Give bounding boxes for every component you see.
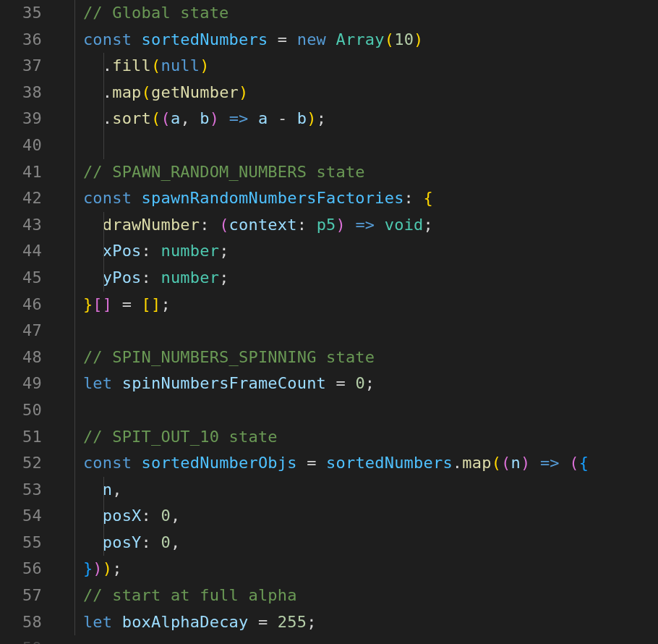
- token-var: context: [229, 216, 297, 234]
- line-number-gutter: 3536373839404142434445464748495051525354…: [0, 0, 58, 644]
- token-op: .: [453, 454, 462, 472]
- line-number: 49: [0, 370, 42, 397]
- indent-guide: [74, 397, 75, 424]
- token-op: ;: [424, 216, 433, 234]
- token-brace-y: (: [151, 56, 161, 75]
- token-op: [64, 428, 83, 446]
- code-area[interactable]: // Global state const sortedNumbers = ne…: [58, 0, 658, 644]
- token-op: [287, 109, 296, 127]
- code-line[interactable]: [64, 318, 658, 344]
- token-brace-y: (: [492, 454, 501, 472]
- token-num: 0: [161, 533, 170, 551]
- code-line[interactable]: const spawnRandomNumbersFactories: {: [64, 185, 658, 212]
- line-number: 57: [0, 582, 42, 609]
- code-line[interactable]: [64, 397, 658, 424]
- indent-guide: [103, 53, 104, 80]
- indent-guide: [103, 477, 104, 504]
- token-op: ;: [161, 295, 170, 313]
- token-brace-y: ): [239, 83, 248, 101]
- code-line[interactable]: posY: 0,: [64, 530, 658, 556]
- token-op: [64, 613, 83, 631]
- indent-guide: [103, 530, 104, 556]
- token-op: ;: [317, 109, 326, 127]
- token-op: [151, 268, 161, 287]
- token-op: [297, 454, 307, 472]
- token-op: :: [200, 216, 209, 234]
- token-comment: // SPIT_OUT_10 state: [83, 428, 278, 446]
- token-op: [132, 189, 141, 207]
- indent-guide: [74, 27, 75, 54]
- code-line[interactable]: // SPAWN_RANDOM_NUMBERS state: [64, 159, 658, 186]
- code-line[interactable]: // SPIN_NUMBERS_SPINNING state: [64, 344, 658, 371]
- token-brace-p: (: [161, 109, 170, 127]
- token-op: =: [122, 295, 132, 313]
- indent-guide: [74, 159, 75, 186]
- token-op: [317, 454, 326, 472]
- token-type: number: [161, 268, 219, 287]
- token-var: b: [297, 109, 307, 127]
- token-op: [326, 30, 336, 48]
- token-op: [64, 163, 83, 181]
- code-line[interactable]: // start at full alpha: [64, 582, 658, 609]
- code-line[interactable]: xPos: number;: [64, 238, 658, 265]
- code-line[interactable]: }[] = [];: [64, 292, 658, 318]
- token-op: [219, 109, 228, 127]
- code-line[interactable]: // SPIT_OUT_10 state: [64, 424, 658, 451]
- token-op: [151, 242, 161, 260]
- token-brace-b: {: [579, 454, 589, 472]
- line-number: 37: [0, 53, 42, 80]
- code-line[interactable]: }));: [64, 556, 658, 582]
- token-op: =: [258, 613, 268, 631]
- indent-guide: [74, 0, 75, 27]
- code-line[interactable]: posX: 0,: [64, 503, 658, 530]
- token-brace-y: (: [151, 109, 161, 127]
- line-number: 45: [0, 265, 42, 292]
- token-brace-y: (: [142, 83, 151, 101]
- token-op: :: [297, 216, 307, 234]
- token-op: :: [142, 533, 151, 551]
- code-line[interactable]: let spinNumbersFrameCount = 0;: [64, 370, 658, 397]
- token-op: [210, 216, 219, 234]
- code-line[interactable]: .fill(null): [64, 53, 658, 80]
- token-func: drawNumber: [103, 216, 200, 234]
- token-keyword: let: [83, 374, 112, 392]
- token-op: [151, 533, 161, 551]
- token-op: [64, 533, 103, 551]
- code-line[interactable]: .sort((a, b) => a - b);: [64, 106, 658, 132]
- token-op: [64, 4, 83, 22]
- code-line[interactable]: const sortedNumberObjs = sortedNumbers.m…: [64, 450, 658, 477]
- code-line[interactable]: [64, 132, 658, 159]
- token-brace-p: (: [219, 216, 228, 234]
- token-brace-b: }: [83, 559, 93, 577]
- token-op: [287, 30, 296, 48]
- code-line[interactable]: yPos: number;: [64, 265, 658, 292]
- token-type: number: [161, 242, 219, 260]
- token-var: posY: [103, 533, 142, 551]
- token-op: [268, 30, 277, 48]
- code-line[interactable]: drawNumber: (context: p5) => void;: [64, 212, 658, 239]
- indent-guide: [74, 530, 75, 556]
- code-line[interactable]: let boxAlphaDecay = 255;: [64, 609, 658, 636]
- token-op: [346, 374, 355, 392]
- line-number: 36: [0, 27, 42, 54]
- token-keyword: new: [297, 30, 326, 48]
- code-line[interactable]: // Global state: [64, 0, 658, 27]
- indent-guide: [103, 503, 104, 530]
- token-var: posX: [103, 507, 142, 525]
- token-op: ,: [112, 480, 121, 499]
- token-const: sortedNumbers: [326, 454, 453, 472]
- token-keyword: =>: [540, 454, 560, 472]
- token-keyword: =>: [229, 109, 249, 127]
- token-op: :: [142, 507, 151, 525]
- token-var: yPos: [103, 268, 142, 287]
- indent-guide: [74, 53, 75, 80]
- token-op: -: [278, 109, 287, 127]
- token-brace-p: ): [336, 216, 346, 234]
- token-var: b: [200, 109, 209, 127]
- token-op: [375, 216, 384, 234]
- token-op: ;: [365, 374, 375, 392]
- code-line[interactable]: .map(getNumber): [64, 80, 658, 106]
- token-op: ,: [180, 109, 200, 127]
- code-line[interactable]: const sortedNumbers = new Array(10): [64, 27, 658, 54]
- code-line[interactable]: n,: [64, 477, 658, 504]
